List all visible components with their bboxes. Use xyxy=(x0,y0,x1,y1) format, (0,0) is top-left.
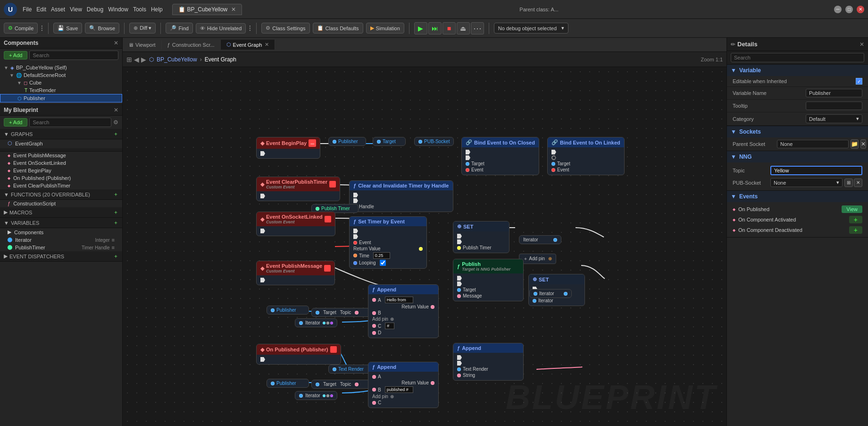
bp-item-event-publishmsg[interactable]: ◆ Event PublishMessage xyxy=(0,152,122,159)
section-variables[interactable]: ▼ VARIABLES ＋ xyxy=(0,218,122,228)
find-button[interactable]: 🔎 Find xyxy=(166,23,192,34)
node-bind-on-linked[interactable]: 🔗 Bind Event to On Linked Target Event xyxy=(547,137,625,175)
debug-object-select[interactable]: No debug object selected ▾ xyxy=(494,23,568,34)
bp-item-eventgraph[interactable]: ⬡ EventGraph xyxy=(0,139,122,147)
tab-construction[interactable]: ƒ Construction Scr... xyxy=(162,40,221,50)
node-set-1[interactable]: ⊕ SET Publish Timer xyxy=(453,221,509,253)
node-append-3[interactable]: ƒ Append Text Render String xyxy=(453,343,524,381)
node-bind-on-closed[interactable]: 🔗 Bind Event to On Closed Target Event xyxy=(461,137,539,175)
components-close-icon[interactable]: ✕ xyxy=(114,40,118,46)
diff-button[interactable]: ⊕ Diff ▾ xyxy=(129,23,156,34)
component-search-input[interactable] xyxy=(29,51,118,60)
node-pub-socket[interactable]: PUB-Socket xyxy=(414,137,454,146)
bp-item-event-cleartimer[interactable]: ◆ Event ClearPublishTimer xyxy=(0,182,122,189)
node-textrender-conn[interactable]: Text Render xyxy=(328,365,371,374)
node-event-beginplay[interactable]: ◆ Event BeginPlay ▬ xyxy=(256,137,320,159)
node-publish[interactable]: ƒ Publish Target is NNG Publisher Target… xyxy=(453,259,524,301)
bp-search-input[interactable] xyxy=(29,118,111,127)
minimize-button[interactable]: ─ xyxy=(834,6,842,13)
close-button[interactable]: ✕ xyxy=(857,6,864,13)
bp-item-components-section[interactable]: ▶ Components xyxy=(0,228,122,236)
node-iterator-2[interactable]: Iterator xyxy=(295,318,337,327)
looping-checkbox[interactable] xyxy=(380,260,386,266)
node-set-timer[interactable]: ƒ Set Timer by Event Event Return Value … xyxy=(349,216,427,269)
add-dispatcher-icon[interactable]: ＋ xyxy=(113,253,118,260)
append1-c-input[interactable] xyxy=(385,323,394,329)
menu-help[interactable]: Help xyxy=(149,5,165,14)
node-iterator-right[interactable]: Iterator xyxy=(519,235,561,244)
socket-clear-icon[interactable]: ✕ xyxy=(860,139,866,149)
details-close-icon[interactable]: ✕ xyxy=(860,41,864,48)
on-activated-add-button[interactable]: + xyxy=(849,216,862,223)
add-variable-icon[interactable]: ＋ xyxy=(113,219,118,226)
tree-item-publisher[interactable]: ⬡ Publisher xyxy=(0,94,122,102)
nng-topic-input[interactable] xyxy=(770,166,862,175)
nng-socket-expand-icon[interactable]: ⊞ xyxy=(844,179,853,187)
hide-unrelated-button[interactable]: 👁 Hide Unrelated xyxy=(196,23,246,34)
node-event-clear[interactable]: ◆ Event ClearPublishTimer Custom Event xyxy=(256,177,340,201)
sockets-section-header[interactable]: ▼ Sockets xyxy=(727,126,868,137)
time-input[interactable] xyxy=(373,252,390,259)
on-deactivated-add-button[interactable]: + xyxy=(849,226,862,234)
menu-edit[interactable]: Edit xyxy=(34,5,48,14)
node-iterator-out[interactable]: Iterator xyxy=(529,289,572,298)
compile-options-icon[interactable]: ⁝ xyxy=(41,23,43,34)
play-button[interactable]: ▶ xyxy=(414,22,427,34)
node-publisher-2[interactable]: Publisher xyxy=(267,306,309,315)
more-button[interactable]: ⋯ xyxy=(471,22,484,34)
app2-add-pin[interactable]: Add pin ⊕ xyxy=(372,393,434,400)
tree-item-scene-root[interactable]: ▼ 🌐 DefaultSceneRoot xyxy=(0,71,122,79)
tree-item-self[interactable]: ▼ ◈ BP_CubeYellow (Self) xyxy=(0,64,122,71)
var-name-input[interactable] xyxy=(806,89,862,97)
app1-add-pin[interactable]: Add pin ⊕ xyxy=(372,316,434,322)
editable-checkbox[interactable]: ✓ xyxy=(856,78,862,85)
parent-socket-input[interactable] xyxy=(777,140,849,148)
compile-button[interactable]: ⚙ Compile xyxy=(4,23,38,34)
node-target-1[interactable]: Target xyxy=(373,137,406,146)
nav-back-icon[interactable]: ◀ xyxy=(134,56,139,63)
menu-debug[interactable]: Debug xyxy=(85,5,105,14)
nng-section-header[interactable]: ▼ NNG xyxy=(727,151,868,162)
breadcrumb-class[interactable]: BP_CubeYellow xyxy=(157,56,197,63)
events-section-header[interactable]: ▼ Events xyxy=(727,191,868,202)
menu-asset[interactable]: Asset xyxy=(49,5,67,14)
blueprint-canvas[interactable]: ◆ Event BeginPlay ▬ Publisher xyxy=(123,67,726,426)
menu-window[interactable]: Window xyxy=(106,5,130,14)
node-event-publish[interactable]: ◆ Event PublishMessage Custom Event xyxy=(256,261,335,285)
stop-button[interactable]: ■ xyxy=(442,22,456,34)
simulation-button[interactable]: ▶ Simulation xyxy=(366,23,404,34)
bp-item-on-published[interactable]: ◆ On Published (Publisher) xyxy=(0,174,122,182)
nng-socket-clear-icon[interactable]: ✕ xyxy=(854,179,862,187)
blueprint-close-icon[interactable]: ✕ xyxy=(114,107,118,113)
tree-item-cube[interactable]: ▼ ◻ Cube xyxy=(0,79,122,86)
node-clear-timer[interactable]: ƒ Clear and Invalidate Timer by Handle H… xyxy=(349,180,453,212)
section-functions[interactable]: ▼ FUNCTIONS (20 OVERRIDABLE) ＋ xyxy=(0,189,122,200)
node-publisher-3[interactable]: Publisher xyxy=(267,379,309,388)
eject-button[interactable]: ⏏ xyxy=(457,22,470,34)
tab-close-icon[interactable]: ✕ xyxy=(231,6,236,13)
node-publisher-1[interactable]: Publisher xyxy=(328,137,366,146)
add-graph-icon[interactable]: ＋ xyxy=(113,130,118,137)
tab-event-graph[interactable]: ⬡ Event Graph ✕ xyxy=(221,40,275,50)
variable-section-header[interactable]: ▼ Variable xyxy=(727,65,868,76)
menu-view[interactable]: View xyxy=(68,5,84,14)
bp-item-event-beginplay[interactable]: ◆ Event BeginPlay xyxy=(0,167,122,174)
append1-a-input[interactable] xyxy=(385,297,413,303)
socket-folder-icon[interactable]: 📁 xyxy=(851,139,859,149)
node-append-1[interactable]: ƒ Append A Return Value B Add pin ⊕ xyxy=(368,284,439,338)
node-append-2[interactable]: ƒ Append A Return Value B Add pin ⊕ xyxy=(368,362,439,408)
add-macro-icon[interactable]: ＋ xyxy=(113,209,118,216)
node-event-onsocket[interactable]: ◆ Event OnSocketLinked Custom Event xyxy=(256,212,335,236)
maximize-button[interactable]: □ xyxy=(845,6,853,13)
class-settings-button[interactable]: ⚙ Class Settings xyxy=(261,23,309,34)
add-bp-button[interactable]: + Add xyxy=(4,118,27,127)
skip-button[interactable]: ⏭ xyxy=(428,22,442,34)
section-graphs[interactable]: ▼ GRAPHS ＋ xyxy=(0,129,122,139)
save-button[interactable]: 💾 Save xyxy=(53,23,82,34)
details-search-input[interactable] xyxy=(731,53,864,62)
browse-button[interactable]: 🔍 Browse xyxy=(85,23,119,34)
add-function-icon[interactable]: ＋ xyxy=(113,191,118,198)
nav-grid-icon[interactable]: ⊞ xyxy=(126,56,132,63)
add-pin-button-1[interactable]: ＋ Add pin ⊕ xyxy=(519,254,556,264)
menu-file[interactable]: File xyxy=(21,5,33,14)
